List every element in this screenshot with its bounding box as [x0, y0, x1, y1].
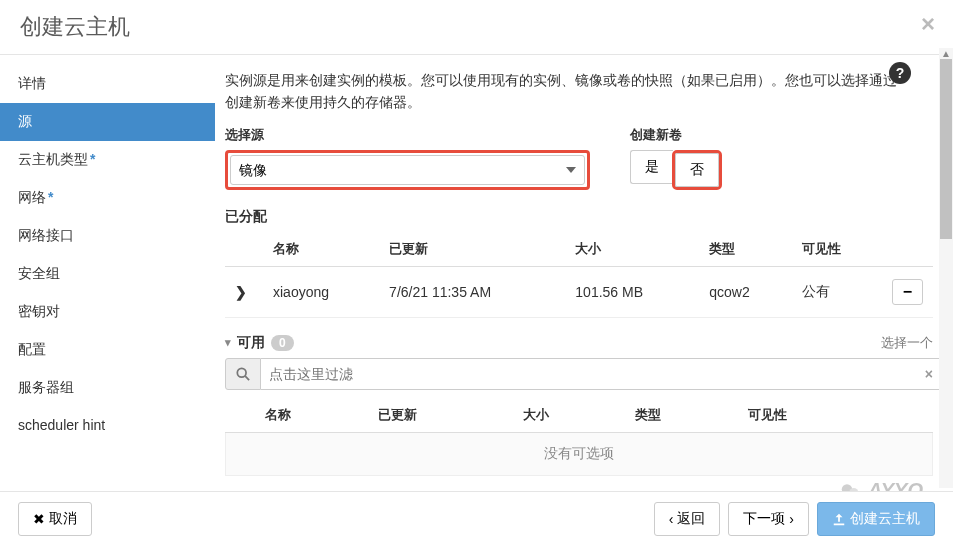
col-name: 名称	[255, 398, 368, 433]
col-visibility: 可见性	[738, 398, 883, 433]
scrollbar[interactable]: ▲	[939, 48, 953, 488]
col-updated: 已更新	[379, 232, 565, 267]
required-asterisk: *	[90, 151, 95, 167]
modal-title: 创建云主机	[20, 12, 933, 42]
sidebar-item-config[interactable]: 配置	[0, 331, 215, 369]
sidebar-item-details[interactable]: 详情	[0, 65, 215, 103]
col-type: 类型	[699, 232, 791, 267]
chevron-right-icon: ›	[789, 511, 794, 527]
cell-updated: 7/6/21 11:35 AM	[379, 266, 565, 317]
select-source-dropdown[interactable]: 镜像	[230, 155, 585, 185]
help-icon[interactable]: ?	[889, 62, 911, 84]
modal-body: 详情 源 云主机类型* 网络* 网络接口 安全组 密钥对 配置 服务器组 sch…	[0, 55, 953, 493]
select-source-label: 选择源	[225, 126, 590, 144]
cell-visibility: 公有	[792, 266, 882, 317]
filter-row: ×	[225, 358, 933, 390]
launch-button[interactable]: 创建云主机	[817, 502, 935, 536]
back-button[interactable]: ‹返回	[654, 502, 721, 536]
main-panel: 实例源是用来创建实例的模板。您可以使用现有的实例、镜像或卷的快照（如果已启用）。…	[215, 55, 953, 493]
modal-header: 创建云主机	[0, 0, 953, 55]
modal-footer: ✖取消 ‹返回 下一项› 创建云主机	[0, 491, 953, 546]
sidebar-item-flavor[interactable]: 云主机类型*	[0, 141, 215, 179]
volume-no-highlight: 否	[672, 150, 722, 190]
sidebar-item-scheduler-hint[interactable]: scheduler hint	[0, 407, 215, 443]
svg-line-1	[245, 376, 249, 380]
form-row: 选择源 镜像 创建新卷 是 否	[225, 126, 933, 190]
scroll-thumb[interactable]	[940, 59, 952, 239]
upload-icon	[832, 512, 846, 526]
search-button[interactable]	[225, 358, 261, 390]
filter-input[interactable]	[261, 358, 949, 390]
sidebar-item-security-groups[interactable]: 安全组	[0, 255, 215, 293]
available-title: 可用	[237, 334, 265, 352]
create-volume-label: 创建新卷	[630, 126, 722, 144]
available-table: 名称 已更新 大小 类型 可见性	[225, 398, 933, 433]
volume-no-button[interactable]: 否	[675, 153, 719, 187]
col-size: 大小	[565, 232, 699, 267]
col-visibility: 可见性	[792, 232, 882, 267]
expand-icon[interactable]: ❯	[235, 284, 253, 300]
available-header: ▾ 可用 0 选择一个	[225, 334, 933, 352]
cell-size: 101.56 MB	[565, 266, 699, 317]
sidebar-item-network[interactable]: 网络*	[0, 179, 215, 217]
sidebar-item-server-group[interactable]: 服务器组	[0, 369, 215, 407]
empty-message: 没有可选项	[225, 433, 933, 476]
scroll-up-icon[interactable]: ▲	[939, 48, 953, 59]
sidebar-item-source[interactable]: 源	[0, 103, 215, 141]
select-source-highlight: 镜像	[225, 150, 590, 190]
cell-type: qcow2	[699, 266, 791, 317]
col-size: 大小	[513, 398, 626, 433]
available-count-badge: 0	[271, 335, 294, 351]
search-icon	[236, 367, 250, 381]
required-asterisk: *	[48, 189, 53, 205]
allocated-title: 已分配	[225, 208, 933, 226]
chevron-left-icon: ‹	[669, 511, 674, 527]
close-icon[interactable]: ×	[921, 10, 935, 38]
clear-filter-icon[interactable]: ×	[925, 366, 933, 382]
remove-button[interactable]: −	[892, 279, 923, 305]
create-instance-modal: × 创建云主机 详情 源 云主机类型* 网络* 网络接口 安全组 密钥对 配置 …	[0, 0, 953, 546]
allocated-table: 名称 已更新 大小 类型 可见性 ❯ xiaoyong 7/6/21 11:35…	[225, 232, 933, 318]
table-row: ❯ xiaoyong 7/6/21 11:35 AM 101.56 MB qco…	[225, 266, 933, 317]
col-type: 类型	[625, 398, 738, 433]
col-updated: 已更新	[368, 398, 513, 433]
chevron-down-icon[interactable]: ▾	[225, 336, 231, 349]
select-one-hint: 选择一个	[881, 334, 933, 352]
col-name: 名称	[263, 232, 379, 267]
description-text: 实例源是用来创建实例的模板。您可以使用现有的实例、镜像或卷的快照（如果已启用）。…	[225, 69, 933, 114]
select-source-group: 选择源 镜像	[225, 126, 590, 190]
cancel-button[interactable]: ✖取消	[18, 502, 92, 536]
x-icon: ✖	[33, 511, 45, 527]
next-button[interactable]: 下一项›	[728, 502, 809, 536]
cell-name: xiaoyong	[263, 266, 379, 317]
sidebar-item-keypair[interactable]: 密钥对	[0, 293, 215, 331]
sidebar-item-ports[interactable]: 网络接口	[0, 217, 215, 255]
wizard-sidebar: 详情 源 云主机类型* 网络* 网络接口 安全组 密钥对 配置 服务器组 sch…	[0, 55, 215, 493]
volume-yes-button[interactable]: 是	[630, 150, 673, 184]
svg-point-0	[237, 368, 246, 377]
create-volume-group: 创建新卷 是 否	[630, 126, 722, 190]
